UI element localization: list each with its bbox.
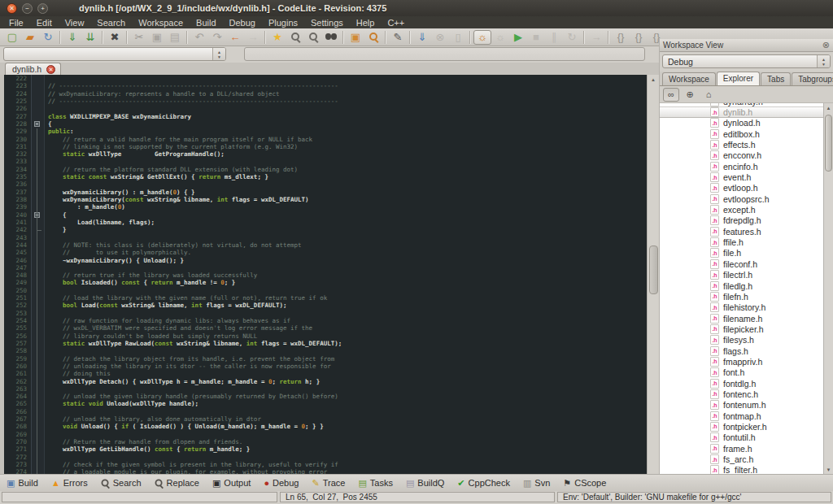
panel-close-icon[interactable]: ⊗	[822, 41, 830, 50]
fold-margin[interactable]	[32, 249, 45, 256]
new-file-button[interactable]: ▢	[3, 30, 21, 45]
goto-resource-button[interactable]: ▣	[347, 30, 364, 45]
menu-workspace[interactable]: Workspace	[136, 18, 185, 28]
tree-item-filename.h[interactable]: .hfilename.h	[660, 313, 824, 324]
bookmark-button[interactable]: ★	[268, 30, 286, 45]
fold-margin[interactable]	[32, 468, 45, 474]
fold-margin[interactable]	[32, 310, 45, 317]
undo-button[interactable]: ↶	[190, 30, 208, 45]
fold-margin[interactable]	[32, 98, 45, 105]
editor-tab-dynlib[interactable]: dynlib.h ✕	[5, 63, 61, 75]
tab-close-icon[interactable]: ✕	[46, 65, 55, 74]
output-tab-buildq[interactable]: ▤BuildQ	[406, 478, 444, 488]
fold-margin[interactable]	[32, 415, 45, 423]
navigate-back-button[interactable]: ←	[226, 30, 244, 45]
goto-home-folder-button[interactable]: ⌂	[700, 88, 717, 102]
link-editor-button[interactable]: ∞	[663, 88, 679, 102]
tree-item-fontmap.h[interactable]: .hfontmap.h	[660, 411, 824, 421]
tree-vertical-scrollbar[interactable]: ▲ ▼	[823, 103, 833, 474]
tree-item-fdrepdlg.h[interactable]: .hfdrepdlg.h	[660, 215, 824, 226]
tree-item-filefn.h[interactable]: .hfilefn.h	[660, 291, 824, 302]
find-symbol-button[interactable]	[364, 30, 382, 45]
tree-item-file.h[interactable]: .hfile.h	[660, 248, 824, 259]
tree-item-fmappriv.h[interactable]: .hfmappriv.h	[660, 356, 824, 367]
fold-margin[interactable]	[32, 423, 45, 430]
expand-all-button[interactable]: ⊕	[682, 88, 698, 102]
fold-margin[interactable]	[32, 363, 45, 370]
fold-margin[interactable]	[32, 241, 45, 249]
combo-spinner-icon[interactable]: ▲▼	[212, 48, 225, 60]
tree-item-fs_filter.h[interactable]: .hfs_filter.h	[660, 465, 824, 474]
fold-margin[interactable]	[32, 438, 45, 445]
editor-vertical-scrollbar[interactable]: ▲	[647, 75, 659, 474]
fold-margin[interactable]	[32, 317, 45, 324]
menu-plugins[interactable]: Plugins	[266, 18, 300, 28]
fold-margin[interactable]	[32, 279, 45, 286]
fold-margin[interactable]	[32, 385, 45, 393]
tree-item-encconv.h[interactable]: .hencconv.h	[660, 150, 824, 161]
paste-button[interactable]: ▤	[166, 30, 184, 45]
code-editor[interactable]: 222223// -------------------------------…	[0, 75, 647, 474]
tree-item-fontutil.h[interactable]: .hfontutil.h	[660, 432, 824, 443]
toolbar-search-field[interactable]	[244, 47, 645, 61]
menu-settings[interactable]: Settings	[308, 18, 346, 28]
tree-item-filepicker.h[interactable]: .hfilepicker.h	[660, 324, 824, 334]
tree-item-filedlg.h[interactable]: .hfiledlg.h	[660, 280, 824, 291]
build-button[interactable]: ☼	[473, 30, 491, 45]
fold-margin[interactable]	[32, 287, 45, 294]
highlight-word-button[interactable]: ✎	[389, 30, 407, 45]
tree-item-event.h[interactable]: .hevent.h	[660, 172, 824, 182]
fold-margin[interactable]	[32, 150, 45, 158]
stop-button[interactable]: ■	[527, 30, 545, 45]
fold-margin[interactable]	[32, 189, 45, 196]
output-tab-tasks[interactable]: ▤Tasks	[358, 478, 393, 488]
cut-button[interactable]: ✂	[130, 30, 148, 45]
pause-button[interactable]: ∥	[545, 30, 563, 45]
find-in-files-button[interactable]	[322, 30, 340, 45]
fold-margin[interactable]	[32, 180, 45, 188]
fold-margin[interactable]	[32, 105, 45, 112]
fold-margin[interactable]	[32, 347, 45, 354]
output-tab-replace[interactable]: Replace	[155, 478, 199, 488]
file-tree[interactable]: .hdynarray.h.hdynlib.h.hdynload.h.heditl…	[660, 103, 824, 474]
workspace-tab-tabgroups[interactable]: Tabgroups	[792, 72, 833, 85]
fold-margin[interactable]	[32, 173, 45, 180]
output-tab-debug[interactable]: ●Debug	[264, 478, 299, 488]
output-tab-cppcheck[interactable]: ✔CppCheck	[457, 478, 510, 488]
tree-item-fs_arc.h[interactable]: .hfs_arc.h	[660, 454, 824, 464]
tree-item-dynload.h[interactable]: .hdynload.h	[660, 118, 824, 128]
output-tab-cscope[interactable]: ⚑CScope	[563, 478, 606, 488]
menu-search[interactable]: Search	[94, 18, 128, 28]
fold-margin[interactable]	[32, 332, 45, 340]
tree-item-fontenc.h[interactable]: .hfontenc.h	[660, 389, 824, 399]
editor-scrollbar-thumb[interactable]	[649, 245, 658, 294]
fold-margin[interactable]	[32, 294, 45, 302]
fold-margin[interactable]	[32, 75, 45, 82]
tree-item-except.h[interactable]: .hexcept.h	[660, 204, 824, 215]
menu-file[interactable]: File	[7, 18, 26, 28]
cancel-request-button[interactable]: ⊗	[431, 30, 449, 45]
navigate-forward-button[interactable]: →	[244, 30, 262, 45]
next-build-error-button[interactable]: →	[587, 30, 605, 45]
combo-spinner-icon[interactable]: ▲▼	[817, 55, 830, 67]
fold-margin[interactable]	[32, 461, 45, 468]
tree-item-ffile.h[interactable]: .hffile.h	[660, 237, 824, 247]
tree-item-evtloopsrc.h[interactable]: .hevtloopsrc.h	[660, 193, 824, 204]
reload-file-button[interactable]: ↻	[39, 30, 57, 45]
output-tab-svn[interactable]: ▥Svn	[523, 478, 550, 488]
workspace-tab-explorer[interactable]: Explorer	[717, 72, 760, 85]
clean-button[interactable]: ☼	[491, 30, 509, 45]
window-close-button[interactable]: ✕	[7, 3, 17, 14]
workspace-tab-workspace[interactable]: Workspace	[662, 72, 716, 85]
tree-item-fileconf.h[interactable]: .hfileconf.h	[660, 259, 824, 269]
tree-item-flags.h[interactable]: .hflags.h	[660, 345, 824, 356]
tree-scrollbar-thumb[interactable]	[825, 115, 832, 172]
output-tab-trace[interactable]: ✎Trace	[312, 478, 345, 488]
close-file-button[interactable]: ✖	[106, 30, 124, 45]
menu-edit[interactable]: Edit	[34, 18, 55, 28]
tree-item-filesys.h[interactable]: .hfilesys.h	[660, 335, 824, 345]
fold-margin[interactable]	[32, 90, 45, 98]
swap-header-source-button[interactable]: {}	[612, 30, 630, 45]
fold-margin[interactable]	[32, 355, 45, 363]
output-tab-output[interactable]: ▣Output	[212, 478, 251, 488]
